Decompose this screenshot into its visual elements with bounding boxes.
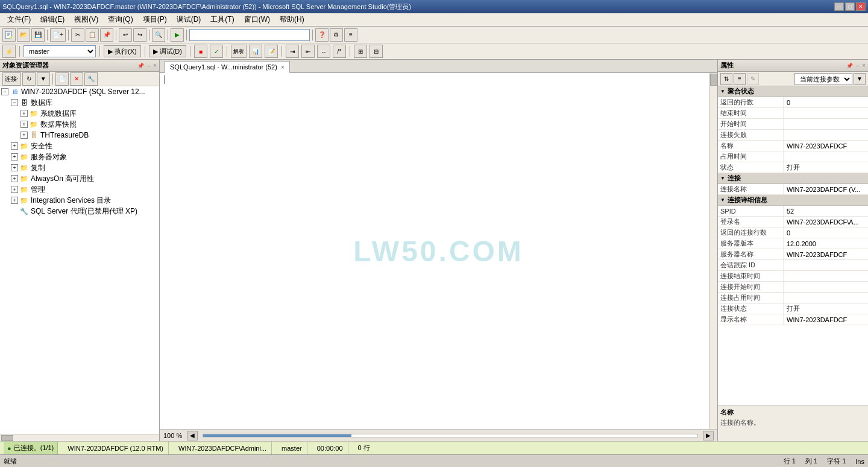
result-btn[interactable]: 📊 xyxy=(249,45,262,58)
tree-management[interactable]: + 📁 管理 xyxy=(0,184,159,195)
copy-btn[interactable]: 📋 xyxy=(86,28,99,42)
prop-float-btn[interactable]: – xyxy=(857,62,860,69)
prop-connection-selector[interactable]: 当前连接参数 xyxy=(794,73,852,85)
oe-new-btn[interactable]: 📄 xyxy=(55,72,69,86)
menu-project[interactable]: 项目(P) xyxy=(138,13,172,26)
menu-help[interactable]: 帮助(H) xyxy=(275,13,309,26)
tree-replication[interactable]: + 📁 复制 xyxy=(0,162,159,173)
menu-view[interactable]: 视图(V) xyxy=(69,13,103,26)
new-query2-btn[interactable]: 📄+ xyxy=(50,28,66,42)
find-btn[interactable]: 🔍 xyxy=(152,28,165,42)
close-button[interactable]: ✕ xyxy=(856,2,866,11)
tree-thtreasure[interactable]: + 🗄 THTreasureDB xyxy=(0,130,159,141)
search-input[interactable] xyxy=(189,29,310,41)
oe-close-icon[interactable]: × xyxy=(153,62,157,69)
more-btn[interactable]: ≡ xyxy=(344,28,357,42)
tree-agent[interactable]: 🔧 SQL Server 代理(已禁用代理 XP) xyxy=(0,206,159,217)
database-selector[interactable]: master xyxy=(24,45,96,57)
zoom-prev-btn[interactable]: ◀ xyxy=(187,431,198,440)
editor-vscroll-thumb[interactable] xyxy=(710,74,717,86)
sysdb-expand-icon[interactable]: + xyxy=(20,110,28,117)
minimize-button[interactable]: ─ xyxy=(834,2,844,11)
oe-refresh-btn[interactable]: ↻ xyxy=(22,72,36,86)
debug-button[interactable]: ▶调试(D) xyxy=(149,45,186,57)
management-expand-icon[interactable]: + xyxy=(11,186,18,193)
oe-filter-btn[interactable]: ▼ xyxy=(37,72,50,86)
tree-server[interactable]: − 🖥 WIN7-2023DAFDCF (SQL Server 12... xyxy=(0,86,159,97)
security-expand-icon[interactable]: + xyxy=(11,142,18,150)
query-tab-active[interactable]: SQLQuery1.sql - W...ministrator (52) × xyxy=(165,61,290,73)
prop-sort-btn[interactable]: ⇅ xyxy=(720,73,732,85)
prop-section-conn-detail[interactable]: ▼ 连接详细信息 xyxy=(718,195,868,206)
menu-window[interactable]: 窗口(W) xyxy=(239,13,275,26)
comment-btn[interactable]: -- xyxy=(317,45,330,58)
tree-snapshot[interactable]: + 📁 数据库快照 xyxy=(0,119,159,130)
connect-btn[interactable]: ⚡ xyxy=(2,45,16,58)
paste-btn[interactable]: 📌 xyxy=(100,28,113,42)
alwayson-expand-icon[interactable]: + xyxy=(11,175,18,182)
editor-vscrollbar[interactable] xyxy=(709,73,717,429)
replication-expand-icon[interactable]: + xyxy=(11,164,18,171)
grid-btn[interactable]: ⊟ xyxy=(370,45,383,58)
tree-integration[interactable]: + 📁 Integration Services 目录 xyxy=(0,195,159,206)
tree-system-db[interactable]: + 📁 系统数据库 xyxy=(0,108,159,119)
menu-debug[interactable]: 调试(D) xyxy=(172,13,206,26)
settings-btn[interactable]: ⚙ xyxy=(330,28,343,42)
prop-section-aggregate[interactable]: ▼ 聚合状态 xyxy=(718,86,868,97)
tab-close-btn[interactable]: × xyxy=(281,64,285,71)
tab-bar: SQLQuery1.sql - W...ministrator (52) × xyxy=(160,60,717,73)
layout-btn[interactable]: ⊞ xyxy=(354,45,367,58)
indent-btn[interactable]: ⇥ xyxy=(286,45,299,58)
oe-float[interactable]: – xyxy=(148,62,151,69)
uncomment-btn[interactable]: /* xyxy=(333,45,346,58)
oe-scroll-thumb[interactable] xyxy=(1,435,13,441)
prop-category-btn[interactable]: ≡ xyxy=(734,73,746,85)
menu-tools[interactable]: 工具(T) xyxy=(206,13,239,26)
help-btn[interactable]: ❓ xyxy=(315,28,329,42)
tree-alwayson[interactable]: + 📁 AlwaysOn 高可用性 xyxy=(0,173,159,184)
oe-connect-btn[interactable]: 连接· xyxy=(2,72,21,86)
prop-close-btn[interactable]: × xyxy=(862,62,866,69)
prop-dropdown-arrow[interactable]: ▼ xyxy=(854,73,866,85)
outdent-btn[interactable]: ⇤ xyxy=(301,45,315,58)
check-btn[interactable]: ✓ xyxy=(210,45,223,58)
open-btn[interactable]: 📂 xyxy=(17,28,30,42)
servobj-expand-icon[interactable]: + xyxy=(11,153,18,160)
databases-expand-icon[interactable]: − xyxy=(11,99,18,106)
text-btn[interactable]: 📝 xyxy=(265,45,278,58)
save-btn[interactable]: 💾 xyxy=(31,28,45,42)
snapshot-expand-icon[interactable]: + xyxy=(20,121,28,128)
execute-button[interactable]: ▶执行(X) xyxy=(104,45,141,57)
undo-btn[interactable]: ↩ xyxy=(119,28,132,42)
restore-button[interactable]: □ xyxy=(845,2,855,11)
cut-btn[interactable]: ✂ xyxy=(71,28,84,42)
redo-btn[interactable]: ↪ xyxy=(133,28,146,42)
sep6 xyxy=(186,30,187,40)
integration-expand-icon[interactable]: + xyxy=(11,197,18,204)
parse-btn[interactable]: 解析 xyxy=(231,45,247,58)
oe-props-btn[interactable]: 🔧 xyxy=(84,72,98,86)
user-info: WIN7-2023DAFDCF\Admini... xyxy=(174,442,272,454)
server-expand-icon[interactable]: − xyxy=(1,88,8,95)
query-editor[interactable]: LW50.COM xyxy=(160,73,717,429)
tree-security[interactable]: + 📁 安全性 xyxy=(0,141,159,151)
tree-databases[interactable]: − 🗄 数据库 xyxy=(0,97,159,108)
tsep3 xyxy=(145,46,145,57)
oe-hscrollbar[interactable] xyxy=(0,434,159,441)
zoom-next-btn[interactable]: ▶ xyxy=(703,431,714,440)
oe-delete-btn[interactable]: ✕ xyxy=(70,72,83,86)
menu-file[interactable]: 文件(F) xyxy=(2,13,36,26)
stop-btn[interactable]: ■ xyxy=(194,45,207,58)
tree-server-objects[interactable]: + 📁 服务器对象 xyxy=(0,151,159,162)
prop-section-connection[interactable]: ▼ 连接 xyxy=(718,173,868,184)
menu-query[interactable]: 查询(Q) xyxy=(103,13,137,26)
zoom-slider[interactable] xyxy=(203,434,698,437)
oe-pin: 📌 xyxy=(137,63,144,69)
menu-edit[interactable]: 编辑(E) xyxy=(36,13,69,26)
prop-name-login: 登录名 xyxy=(718,217,784,227)
editor-content[interactable] xyxy=(160,73,717,429)
run-btn[interactable]: ▶ xyxy=(171,28,184,42)
new-query-btn[interactable]: N xyxy=(2,28,16,42)
thtreasure-expand-icon[interactable]: + xyxy=(20,132,28,139)
oe-tree-area[interactable]: − 🖥 WIN7-2023DAFDCF (SQL Server 12... − … xyxy=(0,86,159,434)
